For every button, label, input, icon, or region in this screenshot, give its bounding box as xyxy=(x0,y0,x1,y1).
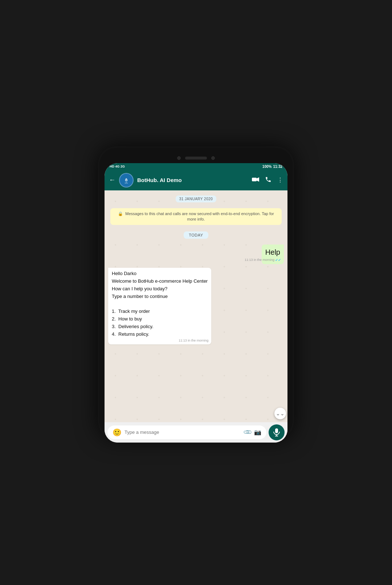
video-call-icon[interactable] xyxy=(252,177,259,183)
mic-icon-svg xyxy=(273,428,280,436)
question-line: How can I help you today? xyxy=(112,286,167,291)
message-input-container[interactable]: 🙂 📎 📷 xyxy=(107,425,266,439)
security-notice[interactable]: 🔒 Messages to this chat and calls are no… xyxy=(110,208,282,225)
more-options-icon[interactable]: ⋮ xyxy=(277,177,283,183)
double-tick-icon: ✔✔ xyxy=(275,257,281,263)
mic-button[interactable] xyxy=(269,424,285,440)
header-icons: ⋮ xyxy=(252,176,283,184)
avatar-fern-icon: bothub xyxy=(122,176,130,184)
sent-message-bubble: Help 11:13 in the morning ✔✔ xyxy=(262,245,284,264)
today-separator: TODAY xyxy=(108,231,284,239)
welcome-line: Welcome to BotHub e-commerce Help Center xyxy=(112,278,208,284)
received-message-bubble: Hello Darko Welcome to BotHub e-commerce… xyxy=(108,268,211,344)
lock-icon: 🔒 xyxy=(118,211,123,216)
message-row-received: Hello Darko Welcome to BotHub e-commerce… xyxy=(108,268,284,344)
phone-call-icon[interactable] xyxy=(265,176,271,184)
clock: 11:32 xyxy=(273,165,282,169)
svg-marker-3 xyxy=(257,177,259,182)
today-badge: TODAY xyxy=(184,231,208,239)
menu-item-4: 4. Returns policy. xyxy=(112,331,149,337)
chevron-down-icon: ⌄⌄ xyxy=(276,411,285,416)
sent-message-meta: 11:13 in the morning ✔✔ xyxy=(245,257,281,263)
chat-title-area: BotHub. AI Demo xyxy=(137,177,248,183)
chat-body[interactable]: 31 JANUARY 2020 🔒 Messages to this chat … xyxy=(105,190,287,422)
network-info: HD 4G 2G xyxy=(110,165,125,168)
received-message-meta: 11:13 in the morning xyxy=(179,338,208,343)
date-separator: 31 JANUARY 2020 xyxy=(108,195,284,202)
sent-message-time: 11:13 in the morning xyxy=(245,258,274,263)
chat-input-area: 🙂 📎 📷 xyxy=(105,422,287,443)
battery-level: 100% xyxy=(262,165,272,169)
message-row-sent: Help 11:13 in the morning ✔✔ xyxy=(108,245,284,264)
avatar[interactable]: bothub xyxy=(119,173,134,187)
svg-text:bothub: bothub xyxy=(125,182,128,184)
attachment-icon[interactable]: 📎 xyxy=(242,427,253,437)
camera-dot-2 xyxy=(211,156,215,160)
sent-message-text: Help xyxy=(265,248,280,256)
phone-frame: HD 4G 2G 100% 11:32 ← xyxy=(98,146,294,439)
menu-item-2: 2. How to buy xyxy=(112,316,142,322)
message-input[interactable] xyxy=(124,429,241,435)
video-icon-svg xyxy=(252,177,259,182)
back-button[interactable]: ← xyxy=(109,176,115,184)
status-right: 100% 11:32 xyxy=(262,165,282,169)
menu-item-3: 3. Deliveries policy. xyxy=(112,324,154,329)
instruction-line: Type a number to continue xyxy=(112,294,168,299)
camera-dot xyxy=(177,156,181,160)
scroll-down-button[interactable]: ⌄⌄ xyxy=(274,408,286,419)
phone-top-bar xyxy=(105,153,287,163)
status-bar: HD 4G 2G 100% 11:32 xyxy=(105,163,287,170)
emoji-icon[interactable]: 🙂 xyxy=(113,428,122,437)
phone-icon-svg xyxy=(265,176,271,183)
security-text: Messages to this chat and calls are now … xyxy=(125,211,274,221)
camera-input-icon[interactable]: 📷 xyxy=(254,429,261,436)
menu-item-1: 1. Track my order xyxy=(112,308,150,314)
speaker-bar xyxy=(185,157,207,160)
chat-header: ← bothub xyxy=(105,170,287,190)
phone-screen: HD 4G 2G 100% 11:32 ← xyxy=(105,163,287,443)
received-message-time: 11:13 in the morning xyxy=(179,338,208,343)
svg-rect-2 xyxy=(252,178,257,181)
bot-message-text: Hello Darko Welcome to BotHub e-commerce… xyxy=(112,270,208,338)
status-left: HD 4G 2G xyxy=(110,165,125,168)
date-badge: 31 JANUARY 2020 xyxy=(176,195,217,202)
svg-rect-4 xyxy=(275,428,278,433)
greeting-line: Hello Darko xyxy=(112,271,136,276)
chat-title: BotHub. AI Demo xyxy=(137,177,248,183)
